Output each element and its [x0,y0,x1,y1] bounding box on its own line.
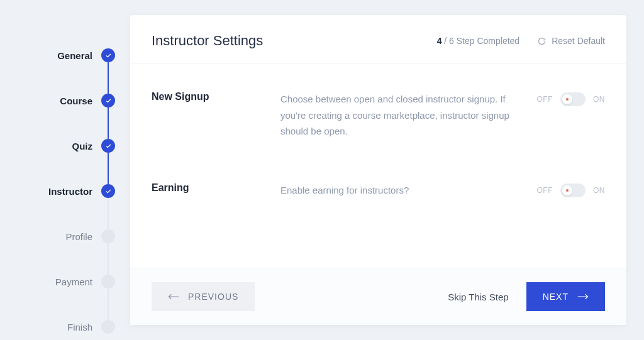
step-dot-icon [101,320,115,334]
earning-toggle[interactable] [560,184,586,197]
card-footer: PREVIOUS Skip This Step NEXT [130,268,626,325]
arrow-right-icon [577,292,589,301]
step-label: Profile [65,231,92,242]
arrow-left-icon [168,292,179,301]
previous-button[interactable]: PREVIOUS [152,282,255,311]
footer-right: Skip This Step NEXT [448,282,605,311]
skip-step-link[interactable]: Skip This Step [448,292,508,302]
setting-name: New Signup [152,91,280,102]
new-signup-toggle[interactable] [560,92,586,106]
step-connector [108,153,109,184]
toggle-off-label: OFF [537,186,553,195]
step-connector [108,243,109,275]
step-dot-icon [101,275,115,288]
step-finish[interactable]: Finish [11,304,115,340]
header-right: 4 / 6 Step Completed Reset Default [437,36,605,46]
setting-desc: Choose between open and closed instructo… [280,91,537,140]
step-label: Finish [67,322,92,332]
step-label: Course [60,96,92,106]
previous-label: PREVIOUS [188,292,238,302]
check-icon [101,139,115,153]
step-quiz[interactable]: Quiz [11,123,115,168]
reset-default-button[interactable]: Reset Default [537,36,605,46]
step-connector [108,198,109,229]
setup-stepper: General Course Quiz Instructor [11,15,115,325]
next-label: NEXT [543,292,569,302]
setting-name: Earning [152,182,280,194]
step-connector [108,107,109,139]
toggle-off-label: OFF [537,95,553,104]
progress-total: / 6 Step Completed [441,36,519,46]
step-dot-icon [101,229,115,243]
step-label: Quiz [72,141,93,151]
card-header: Instructor Settings 4 / 6 Step Completed… [130,15,626,63]
page-title: Instructor Settings [152,33,263,49]
app-root: General Course Quiz Instructor [0,0,644,340]
setting-desc: Enable earning for instructors? [280,182,537,199]
toggle-group: OFF ON [537,182,606,197]
step-label: Instructor [48,186,92,197]
settings-card: Instructor Settings 4 / 6 Step Completed… [130,15,626,325]
step-payment[interactable]: Payment [11,259,115,304]
setting-earning: Earning Enable earning for instructors? … [152,161,605,220]
toggle-on-label: ON [593,186,605,195]
step-course[interactable]: Course [11,78,115,123]
step-general[interactable]: General [11,33,115,78]
check-icon [101,48,115,62]
step-connector [108,62,109,94]
toggle-knob [562,94,572,104]
progress-text: 4 / 6 Step Completed [437,36,520,46]
check-icon [101,94,115,107]
toggle-knob [562,185,572,195]
toggle-on-label: ON [593,95,605,104]
step-label: General [57,50,92,61]
toggle-group: OFF ON [537,91,606,106]
step-instructor[interactable]: Instructor [11,168,115,214]
refresh-icon [537,36,547,46]
next-button[interactable]: NEXT [526,282,605,311]
card-body: New Signup Choose between open and close… [130,63,626,268]
step-connector [108,288,109,320]
step-profile[interactable]: Profile [11,214,115,259]
setting-new-signup: New Signup Choose between open and close… [152,70,605,161]
step-label: Payment [55,277,92,287]
check-icon [101,184,115,198]
reset-label: Reset Default [552,36,605,46]
